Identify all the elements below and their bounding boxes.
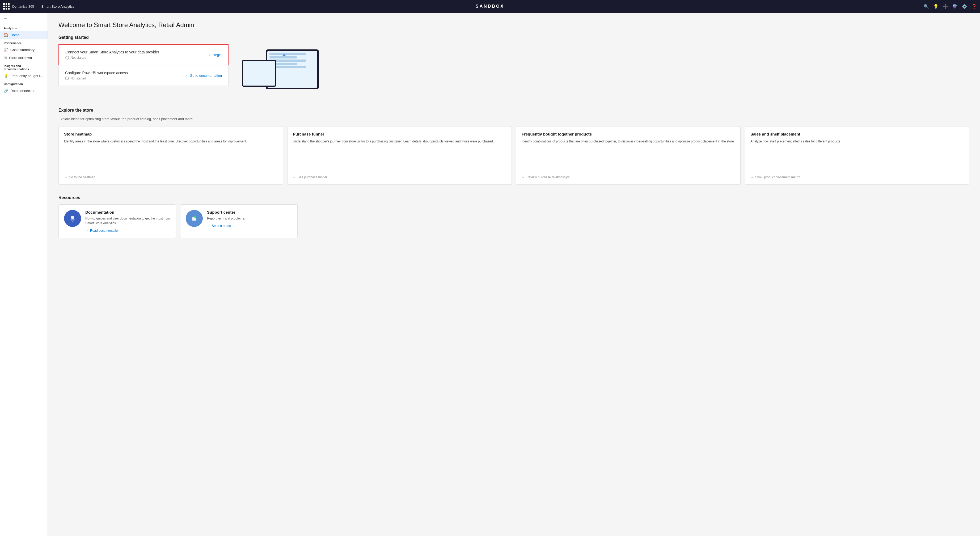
sidebar-insights-label: Insights and recommendations xyxy=(0,62,48,72)
top-nav: Dynamics 365 Smart Store Analytics SANDB… xyxy=(0,0,980,13)
explore-card-title-1: Purchase funnel xyxy=(293,132,506,136)
status-text-0: Not started xyxy=(71,56,86,59)
search-icon[interactable]: 🔍 xyxy=(924,4,929,9)
explore-card-title-3: Sales and shelf placement xyxy=(751,132,964,136)
settings-icon[interactable]: ⚙️ xyxy=(962,4,967,9)
page-title: Welcome to Smart Store Analytics, Retail… xyxy=(59,21,969,29)
explore-card-1: Purchase funnel Understand the shopper's… xyxy=(287,126,512,185)
explore-card-link-label-1: See purchase funnel xyxy=(298,175,327,179)
sidebar-configuration-label: Configuration xyxy=(0,80,48,87)
sidebar-frequently-bought-label: Frequently bought t... xyxy=(10,74,43,78)
explore-cards: Store heatmap Identify areas in the stor… xyxy=(59,126,969,185)
chart-icon: 📈 xyxy=(4,48,8,52)
resource-link-0[interactable]: → Read documentation xyxy=(85,229,170,232)
gs-card-left-1: Configure PowerBI workspace access Not s… xyxy=(65,71,128,80)
gs-card-title-1: Configure PowerBI workspace access xyxy=(65,71,128,75)
nav-apps-button[interactable] xyxy=(3,3,10,10)
resource-link-1[interactable]: → Send a report xyxy=(207,224,292,228)
resource-content-0: Documentation How-to guides and user doc… xyxy=(85,210,170,232)
sidebar-home-label: Home xyxy=(10,33,20,37)
gs-card-action-1[interactable]: → Go to documentation xyxy=(184,74,222,78)
resource-card-1: Support center Report technical problems… xyxy=(180,204,298,238)
sidebar-item-home[interactable]: 🏠 Home xyxy=(0,31,48,39)
resources-section: Resources Documentation How-to g xyxy=(59,195,969,238)
explore-card-3: Sales and shelf placement Analyze how sh… xyxy=(745,126,969,185)
add-icon[interactable]: ➕ xyxy=(943,4,948,9)
sidebar: ☰ Analytics 🏠 Home Performance 📈 Chain s… xyxy=(0,13,48,536)
gs-cards-area: Connect your Smart Store Analytics to yo… xyxy=(59,44,229,86)
arrow-icon: → xyxy=(522,175,525,179)
status-radio-1 xyxy=(65,76,69,80)
connection-icon: 🔗 xyxy=(4,89,8,93)
explore-section: Explore the store Explore ideas for opti… xyxy=(59,108,969,185)
arrow-icon-1: → xyxy=(184,74,188,78)
lightbulb-icon: 💡 xyxy=(4,74,8,78)
gs-card-status-1: Not started xyxy=(65,76,128,80)
nav-app-name: Smart Store Analytics xyxy=(39,5,74,8)
svg-point-5 xyxy=(194,216,196,218)
filter-icon[interactable]: ⚗️ xyxy=(952,4,958,9)
getting-started-cards: Connect your Smart Store Analytics to yo… xyxy=(59,44,229,86)
svg-rect-2 xyxy=(70,219,75,220)
status-radio-0 xyxy=(65,56,69,59)
explore-title: Explore the store xyxy=(59,108,969,113)
home-icon: 🏠 xyxy=(4,33,8,37)
resource-title-1: Support center xyxy=(207,210,292,215)
resources-title: Resources xyxy=(59,195,969,200)
getting-started-wrapper: Connect your Smart Store Analytics to yo… xyxy=(59,44,969,97)
explore-card-link-label-3: Show product placement matrix xyxy=(755,175,800,179)
arrow-icon: → xyxy=(751,175,754,179)
explore-card-link-label-0: Go to the heatmap xyxy=(69,175,95,179)
gs-card-title-0: Connect your Smart Store Analytics to yo… xyxy=(65,50,159,54)
arrow-icon: → xyxy=(207,224,210,228)
gs-card-action-0[interactable]: → Begin xyxy=(207,53,222,57)
gs-card-0: Connect your Smart Store Analytics to yo… xyxy=(59,44,229,65)
explore-card-0: Store heatmap Identify areas in the stor… xyxy=(59,126,283,185)
explore-card-2: Frequently bought together products Iden… xyxy=(516,126,741,185)
sidebar-store-drilldown-label: Store drilldown xyxy=(9,56,32,60)
getting-started-title: Getting started xyxy=(59,35,969,40)
explore-card-link-3[interactable]: → Show product placement matrix xyxy=(751,175,964,179)
resource-card-0: Documentation How-to guides and user doc… xyxy=(59,204,176,238)
explore-card-desc-2: Identify combinations of products that a… xyxy=(522,139,735,171)
resource-content-1: Support center Report technical problems… xyxy=(207,210,292,228)
question-icon[interactable]: ❓ xyxy=(972,4,977,9)
device-small xyxy=(242,60,276,87)
gs-card-action-label-1: Go to documentation xyxy=(190,74,222,78)
sidebar-item-frequently-bought[interactable]: 💡 Frequently bought t... xyxy=(0,72,48,80)
explore-card-desc-3: Analyze how shelf placement affects sale… xyxy=(751,139,964,171)
sidebar-item-store-drilldown[interactable]: ⊞ Store drilldown xyxy=(0,54,48,62)
resource-link-label-1: Send a report xyxy=(212,224,231,228)
sidebar-performance-label: Performance xyxy=(0,39,48,46)
sidebar-analytics-label: Analytics xyxy=(0,24,48,31)
explore-subtitle: Explore ideas for optimizing store layou… xyxy=(59,117,969,121)
sidebar-item-data-connection[interactable]: 🔗 Data connection xyxy=(0,87,48,95)
sidebar-item-chain-summary[interactable]: 📈 Chain summary xyxy=(0,46,48,54)
sidebar-data-connection-label: Data connection xyxy=(10,89,35,93)
help-icon[interactable]: 💡 xyxy=(933,4,939,9)
explore-card-link-2[interactable]: → Review purchase relationships xyxy=(522,175,735,179)
resources-cards: Documentation How-to guides and user doc… xyxy=(59,204,298,238)
resource-title-0: Documentation xyxy=(85,210,170,215)
explore-card-desc-1: Understand the shopper's journey from st… xyxy=(293,139,506,171)
explore-card-link-1[interactable]: → See purchase funnel xyxy=(293,175,506,179)
explore-card-desc-0: Identify areas in the store where custom… xyxy=(64,139,277,171)
gs-card-action-label-0: Begin xyxy=(213,53,222,57)
explore-card-link-label-2: Review purchase relationships xyxy=(527,175,570,179)
arrow-icon: → xyxy=(85,229,89,232)
resource-icon-0 xyxy=(64,210,81,227)
arrow-icon-0: → xyxy=(207,53,211,57)
gs-card-status-0: Not started xyxy=(65,56,159,59)
arrow-icon: → xyxy=(64,175,67,179)
explore-card-link-0[interactable]: → Go to the heatmap xyxy=(64,175,277,179)
sidebar-chain-summary-label: Chain summary xyxy=(10,48,35,52)
sidebar-hamburger[interactable]: ☰ xyxy=(0,16,48,24)
gs-card-1: Configure PowerBI workspace access Not s… xyxy=(59,65,229,86)
explore-card-title-0: Store heatmap xyxy=(64,132,277,136)
gs-card-left-0: Connect your Smart Store Analytics to yo… xyxy=(65,50,159,59)
table-icon: ⊞ xyxy=(4,56,7,60)
resource-desc-1: Report technical problems. xyxy=(207,216,292,221)
sandbox-label: SANDBOX xyxy=(476,4,504,9)
resource-icon-1 xyxy=(186,210,203,227)
hamburger-icon: ☰ xyxy=(4,18,7,22)
